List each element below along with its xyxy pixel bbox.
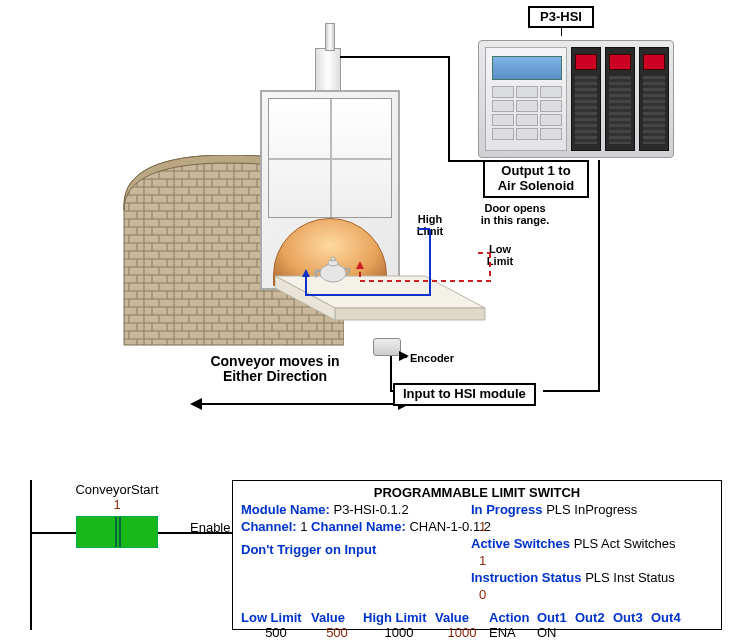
encoder-label: Encoder [410, 352, 454, 364]
contact-state: 1 [113, 497, 120, 512]
wire [390, 390, 394, 392]
trigger-mode: Don't Trigger on Input [241, 542, 376, 557]
svg-marker-13 [302, 269, 310, 277]
wire [340, 56, 450, 58]
contact-name: ConveyorStart [75, 482, 158, 497]
inst-status: PLS Inst Status [585, 570, 675, 585]
pls-instruction-box: PROGRAMMABLE LIMIT SWITCH Module Name: P… [232, 480, 722, 630]
wire [448, 160, 483, 162]
limit-range-overlay [300, 225, 520, 315]
in-progress: PLS InProgress [546, 502, 637, 517]
arrowhead-icon [399, 351, 409, 361]
active-switches: PLS Act Switches [574, 536, 676, 551]
pls-title: PROGRAMMABLE LIMIT SWITCH [241, 485, 713, 500]
active-switches-label: Active Switches [471, 536, 570, 551]
ladder-rail [30, 480, 32, 630]
pls-table-header: Low Limit Value High Limit Value Action … [241, 610, 713, 625]
plc-slot-1 [571, 47, 601, 151]
plc-rack [478, 40, 674, 158]
in-progress-label: In Progress [471, 502, 543, 517]
channel: 1 [300, 519, 307, 534]
wire [390, 356, 392, 392]
wire [598, 160, 600, 392]
module-name-label: Module Name: [241, 502, 330, 517]
plc-slot-2 [605, 47, 635, 151]
active-switches-value: 1 [479, 553, 713, 568]
door-actuator [315, 48, 341, 96]
inst-status-value: 0 [479, 587, 713, 602]
output-callout: Output 1 toAir Solenoid [483, 160, 589, 198]
wire [543, 390, 600, 392]
svg-marker-12 [399, 351, 409, 361]
input-callout: Input to HSI module [393, 383, 536, 406]
conveyor-direction-label: Conveyor moves inEither Direction [160, 354, 390, 385]
inst-status-label: Instruction Status [471, 570, 582, 585]
module-name: P3-HSI-0.1.2 [333, 502, 408, 517]
pls-table-row: 500 500 1000 1000 ENA ON [241, 625, 713, 640]
rung [32, 532, 76, 534]
system-diagram: Conveyor moves inEither Direction P3-HSI… [0, 0, 741, 430]
svg-marker-14 [356, 261, 364, 269]
plc-cpu [485, 47, 567, 151]
wire [448, 56, 450, 160]
channel-label: Channel: [241, 519, 297, 534]
plc-tag: P3-HSI [528, 6, 594, 28]
enable-label: Enable [190, 520, 230, 535]
door [268, 98, 392, 218]
contact-conveyor-start [76, 516, 158, 548]
direction-arrow [190, 396, 410, 406]
ladder-panel: ConveyorStart 1 Enable PROGRAMMABLE LIMI… [22, 480, 722, 630]
door-opens-label: Door opensin this range. [465, 202, 565, 226]
channel-name-label: Channel Name: [311, 519, 406, 534]
in-progress-value: 1 [479, 519, 713, 534]
plc-slot-3 [639, 47, 669, 151]
